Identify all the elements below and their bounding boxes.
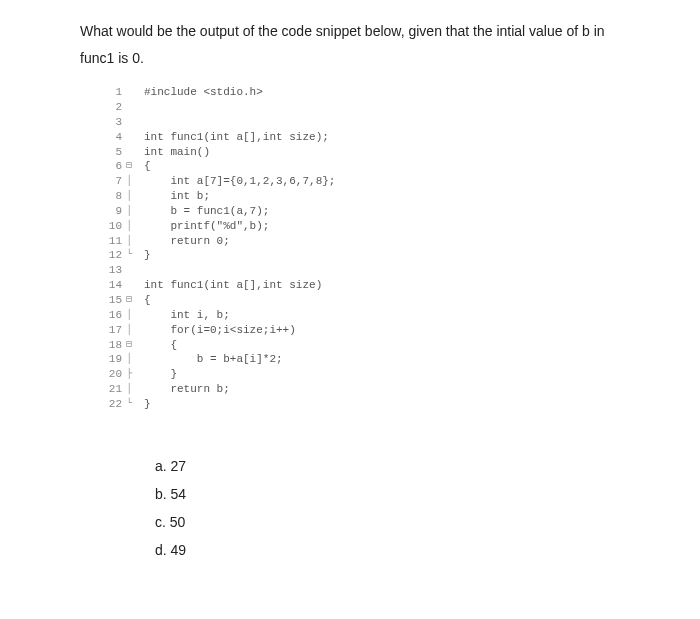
code-line: 18⊟ {	[100, 338, 620, 353]
line-number: 3	[100, 115, 122, 130]
line-number: 15	[100, 293, 122, 308]
line-number: 5	[100, 145, 122, 160]
code-text: int func1(int a[],int size);	[144, 130, 620, 145]
fold-gutter-icon: │	[126, 174, 144, 188]
code-line: 4int func1(int a[],int size);	[100, 130, 620, 145]
fold-gutter-icon: │	[126, 352, 144, 366]
line-number: 21	[100, 382, 122, 397]
code-text: }	[144, 367, 620, 382]
fold-gutter-icon: │	[126, 382, 144, 396]
line-number: 19	[100, 352, 122, 367]
line-number: 18	[100, 338, 122, 353]
code-text: for(i=0;i<size;i++)	[144, 323, 620, 338]
code-line: 10│ printf("%d",b);	[100, 219, 620, 234]
code-line: 1#include <stdio.h>	[100, 85, 620, 100]
option-a: a. 27	[155, 452, 620, 480]
code-line: 15⊟{	[100, 293, 620, 308]
code-text: int func1(int a[],int size)	[144, 278, 620, 293]
code-line: 9│ b = func1(a,7);	[100, 204, 620, 219]
code-line: 12└}	[100, 248, 620, 263]
answer-options: a. 27 b. 54 c. 50 d. 49	[155, 452, 620, 564]
question-line-1: What would be the output of the code sni…	[80, 23, 605, 39]
line-number: 16	[100, 308, 122, 323]
code-text: int i, b;	[144, 308, 620, 323]
code-line: 19│ b = b+a[i]*2;	[100, 352, 620, 367]
code-line: 11│ return 0;	[100, 234, 620, 249]
code-line: 2	[100, 100, 620, 115]
line-number: 17	[100, 323, 122, 338]
code-text: {	[144, 338, 620, 353]
code-line: 22└}	[100, 397, 620, 412]
fold-gutter-icon: │	[126, 323, 144, 337]
code-text: {	[144, 293, 620, 308]
code-line: 5int main()	[100, 145, 620, 160]
code-text: return b;	[144, 382, 620, 397]
line-number: 2	[100, 100, 122, 115]
line-number: 8	[100, 189, 122, 204]
code-line: 7│ int a[7]={0,1,2,3,6,7,8};	[100, 174, 620, 189]
line-number: 10	[100, 219, 122, 234]
page: What would be the output of the code sni…	[0, 0, 700, 604]
code-text: int a[7]={0,1,2,3,6,7,8};	[144, 174, 620, 189]
question-text: What would be the output of the code sni…	[80, 18, 620, 71]
fold-gutter-icon: │	[126, 234, 144, 248]
code-text: b = func1(a,7);	[144, 204, 620, 219]
code-text: b = b+a[i]*2;	[144, 352, 620, 367]
fold-gutter-icon: ├	[126, 367, 144, 381]
fold-gutter-icon: ⊟	[126, 338, 144, 352]
code-line: 21│ return b;	[100, 382, 620, 397]
line-number: 7	[100, 174, 122, 189]
line-number: 4	[100, 130, 122, 145]
code-block: 1#include <stdio.h>234int func1(int a[],…	[100, 85, 620, 412]
code-line: 20├ }	[100, 367, 620, 382]
line-number: 22	[100, 397, 122, 412]
line-number: 6	[100, 159, 122, 174]
code-text: return 0;	[144, 234, 620, 249]
line-number: 11	[100, 234, 122, 249]
fold-gutter-icon: │	[126, 189, 144, 203]
code-text: int main()	[144, 145, 620, 160]
fold-gutter-icon: ⊟	[126, 159, 144, 173]
code-line: 16│ int i, b;	[100, 308, 620, 323]
fold-gutter-icon: └	[126, 397, 144, 411]
option-c: c. 50	[155, 508, 620, 536]
code-line: 14int func1(int a[],int size)	[100, 278, 620, 293]
code-text: int b;	[144, 189, 620, 204]
line-number: 14	[100, 278, 122, 293]
question-line-2: func1 is 0.	[80, 50, 144, 66]
option-b: b. 54	[155, 480, 620, 508]
code-line: 6⊟{	[100, 159, 620, 174]
line-number: 13	[100, 263, 122, 278]
line-number: 20	[100, 367, 122, 382]
option-d: d. 49	[155, 536, 620, 564]
line-number: 1	[100, 85, 122, 100]
code-text: #include <stdio.h>	[144, 85, 620, 100]
code-line: 17│ for(i=0;i<size;i++)	[100, 323, 620, 338]
code-text: {	[144, 159, 620, 174]
code-line: 3	[100, 115, 620, 130]
fold-gutter-icon: │	[126, 219, 144, 233]
code-text: printf("%d",b);	[144, 219, 620, 234]
fold-gutter-icon: │	[126, 308, 144, 322]
code-text: }	[144, 248, 620, 263]
code-line: 8│ int b;	[100, 189, 620, 204]
line-number: 12	[100, 248, 122, 263]
code-line: 13	[100, 263, 620, 278]
fold-gutter-icon: ⊟	[126, 293, 144, 307]
fold-gutter-icon: │	[126, 204, 144, 218]
code-text: }	[144, 397, 620, 412]
line-number: 9	[100, 204, 122, 219]
fold-gutter-icon: └	[126, 248, 144, 262]
